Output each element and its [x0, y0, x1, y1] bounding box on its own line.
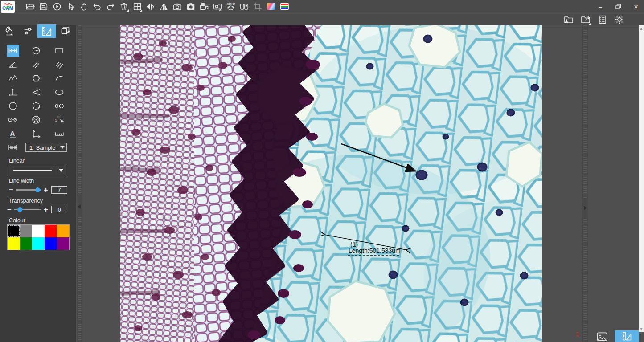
tool-circle-center-distance[interactable] [7, 114, 19, 126]
tab-measure[interactable] [37, 24, 56, 38]
open-file-button[interactable] [25, 1, 36, 12]
flip-vertical-button[interactable] [158, 1, 170, 12]
tool-perpendicular[interactable] [7, 86, 19, 98]
tab-annotate[interactable] [56, 24, 75, 38]
tool-scale-bar[interactable] [53, 127, 66, 140]
delete-button[interactable] [118, 1, 130, 12]
redo-button[interactable] [105, 1, 116, 12]
measure-panel-button[interactable] [615, 330, 639, 342]
minimize-button[interactable]: – [595, 2, 606, 12]
tool-concentric-circles[interactable] [30, 114, 42, 126]
tab-adjust[interactable] [19, 24, 37, 38]
scroll-down-icon[interactable] [640, 328, 643, 330]
tool-three-point-circle[interactable] [30, 100, 42, 112]
linear-style-select[interactable] [8, 166, 66, 175]
ruler-triangle-icon [41, 25, 53, 37]
transparency-plus-button[interactable]: + [43, 206, 49, 213]
expand-right-icon[interactable] [584, 206, 587, 210]
caret-down-icon [60, 146, 65, 149]
gallery-button[interactable] [595, 331, 609, 342]
tool-coordinate-axes[interactable] [30, 127, 42, 140]
svg-text:AUTO: AUTO [227, 2, 235, 5]
tool-point-count[interactable]: 123 [53, 114, 66, 126]
batch-capture-button[interactable] [212, 1, 223, 12]
tool-angle-between-lines[interactable] [30, 86, 42, 98]
colour-swatch[interactable] [57, 225, 69, 237]
line-width-slider[interactable] [16, 189, 41, 191]
collapse-left-icon[interactable] [78, 204, 81, 209]
colour-swatch[interactable] [45, 225, 57, 237]
tool-angle[interactable] [7, 58, 19, 71]
record-video-button[interactable] [198, 1, 210, 12]
color-palette-button[interactable] [265, 1, 277, 12]
tool-circle[interactable] [7, 100, 19, 112]
compare-view-button[interactable] [238, 1, 250, 12]
export-folder-button[interactable] [580, 14, 591, 25]
coordinate-axes-icon [31, 128, 41, 139]
scroll-up-icon[interactable] [640, 28, 643, 30]
colour-swatch[interactable] [8, 225, 20, 237]
settings-button[interactable] [614, 14, 625, 25]
tool-length[interactable] [7, 45, 19, 57]
pan-hand-button[interactable] [78, 1, 90, 12]
window-controls: – ✕ [595, 0, 641, 13]
auto-stack-icon: AUTO [226, 2, 236, 12]
tool-text[interactable]: A [7, 127, 19, 140]
grid-layout-button[interactable] [131, 1, 143, 12]
report-button[interactable] [597, 14, 608, 25]
close-button[interactable]: ✕ [631, 2, 641, 12]
sample-select-button[interactable] [58, 143, 66, 151]
colour-swatch[interactable] [45, 237, 57, 250]
line-width-minus-button[interactable]: − [8, 186, 14, 194]
tool-calibration-ruler[interactable] [7, 141, 19, 154]
colour-swatch[interactable] [32, 237, 45, 250]
tool-arc[interactable] [53, 72, 66, 85]
select-cursor-button[interactable] [65, 1, 76, 12]
line-width-plus-button[interactable]: + [43, 186, 49, 194]
flip-horizontal-button[interactable] [145, 1, 156, 12]
tool-radius-circle[interactable] [30, 45, 42, 57]
colour-swatch[interactable] [8, 237, 20, 250]
tab-camera[interactable] [0, 24, 19, 38]
microscopy-image[interactable]: (1) Length:501.583um [120, 25, 542, 342]
transparency-slider-thumb[interactable] [17, 207, 22, 212]
restore-button[interactable] [613, 2, 623, 12]
sample-select[interactable]: 1_Sample [25, 143, 67, 152]
left-splitter[interactable] [77, 25, 82, 342]
left-sidebar: 123 A 1_Sample Linear Line width − + 7 T… [0, 25, 76, 342]
tool-parallel-lines[interactable] [30, 58, 42, 71]
crop-button[interactable] [252, 1, 263, 12]
tool-circle-distance[interactable] [53, 100, 66, 112]
linear-select-button[interactable] [57, 166, 65, 175]
right-splitter[interactable] [582, 25, 588, 342]
radius-circle-icon [31, 45, 41, 56]
snapshot-button[interactable] [185, 1, 197, 12]
vertical-scrollbar[interactable] [639, 25, 644, 332]
tool-three-parallel-lines[interactable] [53, 58, 66, 71]
tool-rectangle[interactable] [53, 45, 66, 57]
line-width-value[interactable]: 7 [51, 186, 67, 194]
calibration-ruler-icon [8, 142, 18, 153]
play-button[interactable] [51, 1, 63, 12]
restore-icon [615, 4, 621, 9]
shared-folder-button[interactable] [563, 14, 574, 25]
tool-polygon[interactable] [30, 72, 42, 85]
capture-photo-button[interactable] [172, 1, 183, 12]
splitter-grip [78, 25, 81, 342]
tool-polyline[interactable] [7, 72, 19, 85]
transparency-value[interactable]: 0 [51, 206, 67, 213]
auto-stack-button[interactable]: AUTO [225, 1, 237, 12]
save-button[interactable] [38, 1, 49, 12]
transparency-slider[interactable] [14, 209, 41, 210]
colour-swatch-panel [7, 224, 70, 250]
tool-ellipse[interactable] [53, 86, 66, 98]
colour-swatch[interactable] [57, 237, 69, 250]
svg-text:A: A [10, 130, 15, 137]
undo-button[interactable] [91, 1, 103, 12]
line-width-slider-thumb[interactable] [35, 187, 40, 192]
colour-swatch[interactable] [32, 225, 45, 237]
colour-swatch[interactable] [20, 237, 33, 250]
colour-swatch[interactable] [20, 225, 33, 237]
rgb-channels-button[interactable] [279, 1, 290, 12]
transparency-minus-button[interactable]: − [6, 206, 12, 213]
